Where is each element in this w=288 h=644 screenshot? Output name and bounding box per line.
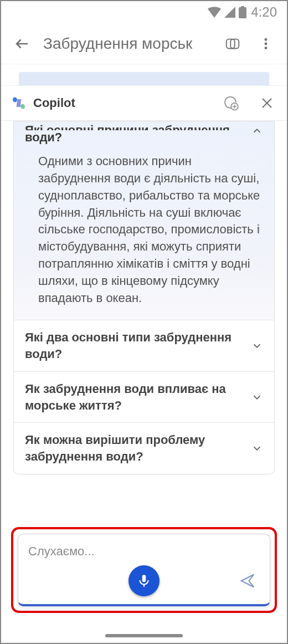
copilot-icon bbox=[224, 35, 241, 52]
send-icon bbox=[239, 573, 256, 589]
more-vertical-icon bbox=[259, 37, 273, 51]
chevron-down-icon bbox=[251, 391, 263, 403]
cellular-icon bbox=[224, 7, 235, 18]
send-button[interactable] bbox=[235, 569, 260, 593]
accordion-header[interactable]: Як забруднення води впливає на морське ж… bbox=[14, 372, 274, 422]
close-icon bbox=[260, 96, 274, 110]
status-bar: 4:20 bbox=[1, 1, 287, 23]
chevron-down-icon bbox=[251, 442, 263, 454]
overflow-menu-button[interactable] bbox=[254, 32, 278, 56]
copilot-panel-title: Copilot bbox=[33, 96, 214, 110]
chevron-up-icon bbox=[251, 125, 263, 137]
page-title: Забруднення морськ bbox=[43, 35, 212, 53]
copilot-panel-header: Copilot bbox=[1, 85, 287, 121]
svg-rect-13 bbox=[142, 575, 146, 582]
chat-plus-icon bbox=[222, 95, 239, 111]
back-button[interactable] bbox=[10, 32, 34, 56]
back-arrow-icon bbox=[14, 35, 30, 52]
status-time: 4:20 bbox=[251, 4, 277, 20]
home-indicator[interactable] bbox=[105, 634, 183, 637]
app-bar: Забруднення морськ bbox=[1, 23, 287, 64]
copilot-logo-icon bbox=[11, 95, 27, 111]
svg-rect-1 bbox=[241, 6, 244, 8]
accordion-title: Як можна вирішити проблему забруднення в… bbox=[25, 432, 244, 464]
accordion-item: Як можна вирішити проблему забруднення в… bbox=[14, 422, 274, 473]
accordion-title: Як забруднення води впливає на морське ж… bbox=[25, 381, 244, 413]
battery-icon bbox=[239, 6, 246, 18]
svg-point-7 bbox=[265, 47, 268, 49]
microphone-icon bbox=[137, 574, 151, 588]
status-icons bbox=[208, 6, 246, 18]
accordion-item-expanded: Які основні причини забруднення води? Од… bbox=[14, 121, 274, 320]
new-chat-button[interactable] bbox=[220, 93, 240, 113]
background-content-peek bbox=[19, 72, 269, 85]
svg-rect-0 bbox=[239, 7, 246, 18]
chevron-down-icon bbox=[251, 340, 263, 352]
svg-point-5 bbox=[265, 38, 268, 41]
accordion-header[interactable]: Які основні причини забруднення води? bbox=[25, 121, 263, 153]
suggestions-card: Які основні причини забруднення води? Од… bbox=[13, 121, 275, 474]
input-area-highlight: Слухаємо... bbox=[11, 527, 277, 613]
close-panel-button[interactable] bbox=[257, 93, 277, 113]
accordion-item: Як забруднення води впливає на морське ж… bbox=[14, 371, 274, 422]
accordion-header[interactable]: Які два основні типи забруднення води? bbox=[14, 320, 274, 371]
accordion-header[interactable]: Як можна вирішити проблему забруднення в… bbox=[14, 423, 274, 473]
mic-button[interactable] bbox=[128, 565, 160, 596]
accordion-body: Одними з основних причин забруднення вод… bbox=[25, 153, 263, 306]
accordion-title: Які два основні типи забруднення води? bbox=[25, 329, 244, 362]
listening-status: Слухаємо... bbox=[28, 544, 260, 559]
input-card: Слухаємо... bbox=[18, 534, 270, 606]
copilot-button[interactable] bbox=[220, 32, 245, 56]
wifi-icon bbox=[208, 7, 221, 18]
svg-point-6 bbox=[265, 42, 268, 45]
accordion-item: Які два основні типи забруднення води? bbox=[14, 320, 274, 371]
accordion-title: Які основні причини забруднення води? bbox=[25, 125, 230, 144]
